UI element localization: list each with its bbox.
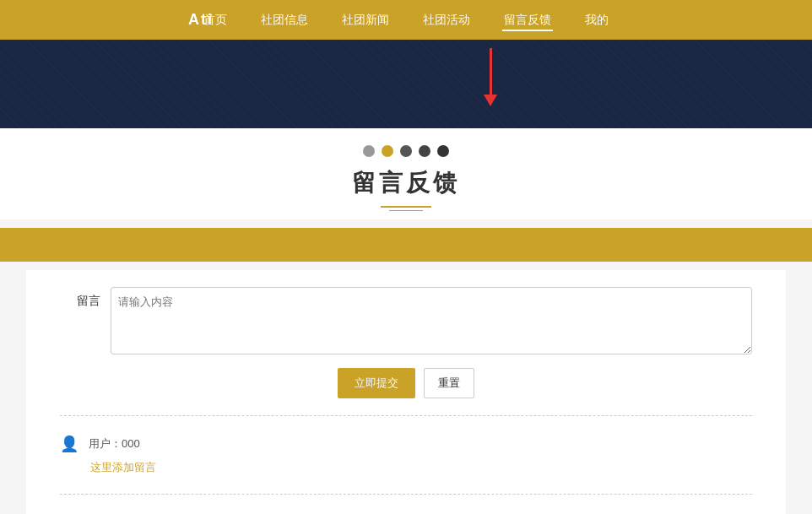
dot-3	[400, 145, 412, 157]
submit-button[interactable]: 立即提交	[338, 368, 415, 398]
nav-club-activity[interactable]: 社团活动	[421, 9, 472, 30]
message-textarea[interactable]	[111, 287, 752, 354]
comment-user-1: 用户：000	[89, 436, 140, 452]
nav-club-news[interactable]: 社团新闻	[340, 9, 391, 30]
gold-divider-bar	[0, 228, 812, 262]
dot-2	[382, 145, 393, 157]
dot-4	[419, 145, 430, 157]
nav-feedback[interactable]: 留言反馈	[502, 9, 553, 31]
nav-club-info[interactable]: 社团信息	[259, 9, 310, 30]
arrow-shaft	[490, 48, 492, 95]
comment-item-2: 👤 用户：000 管理员回复后会在这里显示	[60, 503, 752, 514]
message-label: 留言	[60, 287, 111, 309]
form-buttons: 立即提交 重置	[60, 368, 752, 398]
dot-1	[363, 145, 375, 157]
comment-item-1: 👤 用户：000 这里添加留言	[60, 425, 752, 485]
comment-header-1: 👤 用户：000	[60, 435, 752, 453]
page-title: 留言反馈	[0, 167, 812, 199]
nav-links: 首页 社团信息 社团新闻 社团活动 留言反馈 我的	[202, 12, 610, 28]
message-form-row: 留言	[60, 287, 752, 354]
arrow-head	[484, 95, 497, 106]
reset-button[interactable]: 重置	[424, 368, 474, 398]
dot-5	[437, 145, 449, 157]
comment-divider-2	[60, 494, 752, 495]
hero-banner	[0, 40, 812, 128]
brand-logo: Ati	[188, 0, 214, 40]
title-underline	[381, 206, 431, 208]
content-area: 留言 立即提交 重置 👤 用户：000 这里添加留言 👤 用户：000 管理员回…	[26, 270, 786, 514]
navigation: Ati 首页 社团信息 社团新闻 社团活动 留言反馈 我的	[0, 0, 812, 40]
comment-text-1: 这里添加留言	[90, 460, 752, 475]
page-title-section: 留言反馈	[0, 128, 812, 219]
avatar-group-1: 👤	[60, 435, 82, 453]
comment-divider-1	[60, 415, 752, 416]
nav-mine[interactable]: 我的	[583, 9, 610, 30]
avatar-icon-1: 👤	[60, 435, 78, 453]
title-underline2	[389, 210, 423, 211]
arrow-indicator	[484, 48, 497, 106]
dot-indicators	[0, 145, 812, 157]
